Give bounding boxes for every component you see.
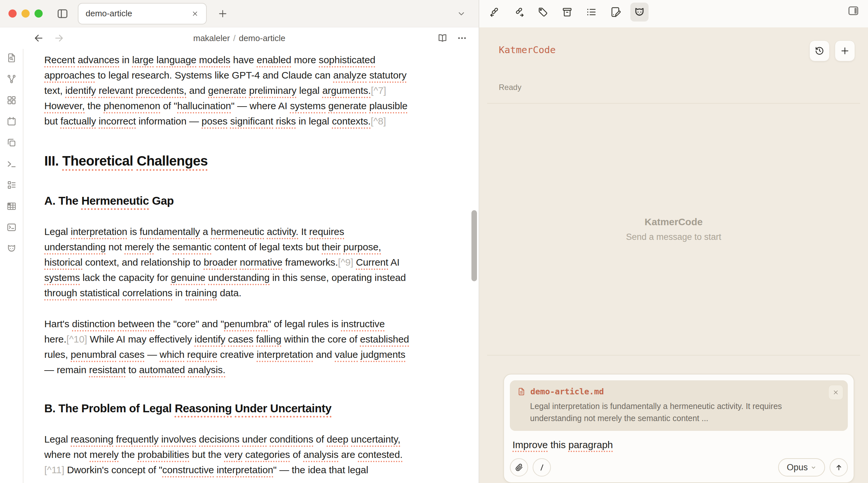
misspelled-word: involves (161, 434, 196, 445)
tab-bar: demo-article (0, 0, 478, 27)
panel-right-toggle-icon[interactable] (847, 5, 860, 17)
misspelled-word: risks (276, 116, 296, 126)
text-run: a (200, 226, 211, 237)
text-run: of " (160, 101, 177, 111)
misspelled-word: factually (61, 116, 96, 126)
context-chip[interactable]: demo-article.md Legal interpretation is … (510, 380, 848, 431)
text-run: context, and relationship to (82, 257, 204, 267)
text-run (196, 434, 199, 445)
more-options-icon[interactable] (457, 33, 468, 44)
history-button[interactable] (809, 40, 830, 61)
text-run: but the (189, 449, 224, 460)
minimize-window-button[interactable] (22, 9, 30, 18)
zoom-window-button[interactable] (34, 9, 43, 18)
context-filename: demo-article.md (530, 387, 604, 396)
message-input[interactable]: Improve this paragraph (513, 439, 848, 450)
file-pen-icon[interactable] (606, 3, 624, 22)
misspelled-word: resistant (89, 364, 125, 375)
misspelled-word: analysis (304, 449, 339, 460)
reader-mode-icon[interactable] (437, 33, 448, 44)
editor-scrollbar[interactable] (471, 210, 477, 281)
doc-heading: A. The Hermeneutic Gap (44, 193, 450, 208)
text-run: in this sense, operating instead (270, 272, 406, 283)
text-run: A. The (44, 194, 82, 207)
close-window-button[interactable] (8, 9, 17, 18)
new-tab-button[interactable] (217, 8, 228, 19)
text-run: — (145, 349, 159, 360)
nav-forward-icon[interactable] (53, 33, 64, 44)
text-run: the (154, 242, 173, 252)
model-label: Opus (786, 462, 808, 473)
panel-left-toggle-icon[interactable] (56, 7, 69, 20)
breadcrumb-file[interactable]: demo-article (239, 33, 285, 43)
text-run: " — the idea that legal (273, 464, 368, 475)
remove-context-icon[interactable] (828, 385, 843, 400)
tab-close-icon[interactable] (191, 10, 199, 18)
misspelled-word: understanding (208, 272, 270, 283)
misspelled-word: approaches (44, 70, 95, 81)
misspelled-word: statistical (80, 287, 120, 298)
sidebar-item-table[interactable] (6, 200, 17, 211)
text-run: Legal (44, 226, 71, 237)
text-run: where not (44, 449, 90, 460)
sidebar-item-calendar[interactable] (6, 116, 17, 127)
text-run: " of legal rules is (268, 318, 341, 329)
text-run (367, 101, 369, 111)
chevron-down-icon (810, 464, 816, 471)
tag-icon[interactable] (534, 3, 552, 22)
breadcrumb-folder[interactable]: makaleler (193, 33, 230, 43)
link-arrow-right-icon[interactable] (510, 3, 528, 22)
send-button[interactable] (830, 458, 848, 477)
link-arrow-left-icon[interactable] (486, 3, 504, 22)
misspelled-word: Current (356, 257, 388, 267)
tab-list-chevron-icon[interactable] (457, 9, 466, 19)
list-icon[interactable] (582, 3, 600, 22)
context-preview: Legal interpretation is fundamentally a … (530, 400, 841, 424)
text-run: lack the capacity for (80, 272, 171, 283)
misspelled-word: their (322, 242, 341, 252)
text-run (232, 402, 235, 415)
model-selector[interactable]: Opus (778, 458, 825, 477)
misspelled-word: identify (195, 334, 225, 344)
sidebar-item-copy[interactable] (6, 137, 17, 148)
sidebar-item-cat[interactable] (6, 243, 17, 254)
sidebar-item-file-search[interactable] (6, 52, 17, 63)
cat-icon[interactable] (630, 3, 649, 22)
text-run: " — where AI (231, 101, 290, 111)
sidebar-item-dashboard[interactable] (6, 94, 17, 106)
composer-card[interactable]: demo-article.md Legal interpretation is … (503, 374, 854, 483)
misspelled-word: between (118, 318, 155, 329)
misspelled-word: cases (228, 334, 253, 344)
archive-icon[interactable] (558, 3, 576, 22)
text-run: III. (44, 153, 62, 169)
text-run: AI (389, 257, 400, 267)
text-run (353, 257, 356, 267)
text-run: and (187, 85, 208, 96)
text-run (96, 85, 99, 96)
slash-command-button[interactable] (533, 458, 551, 477)
sidebar-item-graph[interactable] (6, 73, 17, 84)
nav-back-icon[interactable] (33, 33, 44, 44)
footnote-ref: [^11] (44, 464, 64, 475)
misspelled-word: large (132, 54, 154, 65)
misspelled-word: cases (119, 349, 145, 360)
document-editor[interactable]: Recent advances in large language models… (24, 49, 478, 483)
sidebar-item-prompt[interactable] (6, 158, 17, 169)
misspelled-word: significant (230, 116, 273, 126)
misspelled-word: normative (240, 257, 283, 267)
misspelled-word: under (242, 434, 267, 445)
text-run (267, 434, 270, 445)
sidebar-item-list-boxes[interactable] (6, 179, 17, 190)
misspelled-word: falling (256, 334, 281, 344)
misspelled-word: contexts. (332, 116, 371, 126)
text-run: Gap (149, 194, 174, 207)
misspelled-word: correlations (122, 287, 173, 298)
new-thread-button[interactable] (835, 40, 855, 61)
misspelled-word: historical (44, 257, 82, 267)
tab-demo-article[interactable]: demo-article (78, 3, 207, 24)
activity-bar (0, 27, 24, 483)
misspelled-word: hallucination (177, 101, 231, 111)
misspelled-word: reasoning (71, 434, 113, 445)
attach-button[interactable] (510, 458, 528, 477)
sidebar-item-terminal[interactable] (6, 222, 17, 233)
